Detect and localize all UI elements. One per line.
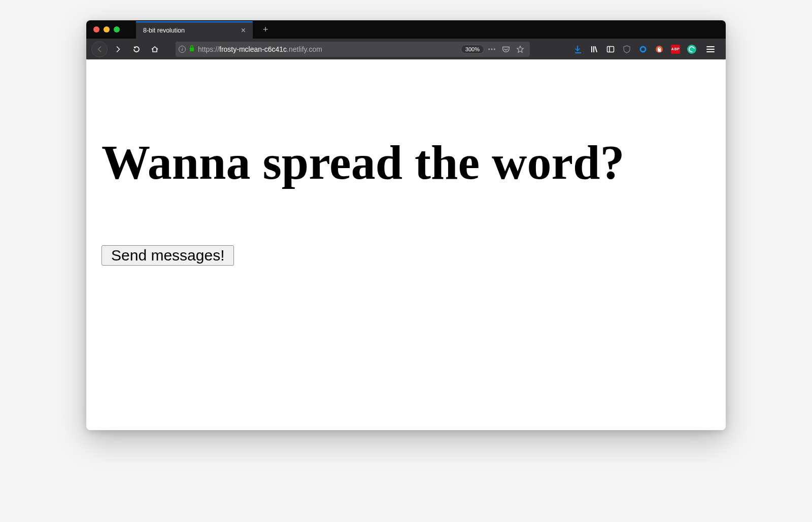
site-identity[interactable]: i [179, 45, 195, 54]
back-button[interactable] [91, 41, 108, 57]
minimize-window-button[interactable] [104, 26, 110, 32]
url-domain-tail: .netlify.com [287, 45, 322, 53]
info-icon: i [179, 46, 186, 53]
svg-point-5 [640, 47, 646, 52]
page-actions [487, 45, 527, 54]
downloads-button[interactable] [573, 45, 583, 54]
svg-point-2 [494, 48, 495, 50]
url-host: frosty-mclean-c6c41c [219, 45, 287, 53]
pocket-icon[interactable] [501, 45, 511, 54]
toolbar-right: ABP [573, 45, 721, 54]
reload-icon [132, 45, 141, 53]
title-bar: 8-bit revolution × + [86, 20, 726, 39]
close-window-button[interactable] [93, 26, 99, 32]
page-viewport: Wanna spread the word? Send messages! [86, 59, 726, 430]
send-messages-button[interactable]: Send messages! [101, 245, 234, 266]
page-heading: Wanna spread the word? [101, 136, 710, 189]
svg-point-0 [488, 48, 490, 50]
nav-toolbar: i https://frosty-mclean-c6c41c.netlify.c… [86, 39, 726, 59]
library-button[interactable] [590, 45, 599, 54]
svg-rect-3 [607, 46, 614, 52]
app-menu-button[interactable] [703, 46, 718, 52]
extension-circle-icon[interactable] [638, 45, 648, 54]
reload-button[interactable] [129, 42, 144, 57]
sidebar-button[interactable] [606, 45, 615, 54]
extension-grammarly-icon[interactable] [687, 45, 696, 54]
tab-close-button[interactable]: × [239, 26, 248, 35]
window-controls [93, 26, 120, 32]
extension-abp-icon[interactable]: ABP [671, 45, 680, 54]
hamburger-icon [706, 46, 715, 47]
arrow-right-icon [114, 45, 122, 53]
url-protocol: https:// [198, 45, 219, 53]
url-text: https://frosty-mclean-c6c41c.netlify.com [198, 45, 322, 53]
maximize-window-button[interactable] [114, 26, 120, 32]
address-bar[interactable]: i https://frosty-mclean-c6c41c.netlify.c… [176, 42, 530, 57]
arrow-left-icon [95, 45, 104, 53]
ellipsis-icon[interactable] [487, 45, 496, 54]
browser-window: 8-bit revolution × + i https://fros [86, 20, 726, 430]
privacy-shield-icon[interactable] [622, 45, 631, 54]
forward-button[interactable] [111, 42, 126, 57]
home-button[interactable] [147, 42, 162, 57]
home-icon [151, 45, 159, 53]
tab-title: 8-bit revolution [143, 27, 185, 34]
svg-point-1 [491, 48, 493, 50]
new-tab-button[interactable]: + [257, 20, 275, 39]
extension-duck-icon[interactable] [655, 45, 664, 54]
browser-tab[interactable]: 8-bit revolution × [136, 21, 253, 39]
svg-point-7 [659, 48, 660, 49]
bookmark-star-icon[interactable] [516, 45, 525, 54]
zoom-indicator[interactable]: 300% [461, 45, 484, 54]
lock-icon [189, 45, 195, 54]
